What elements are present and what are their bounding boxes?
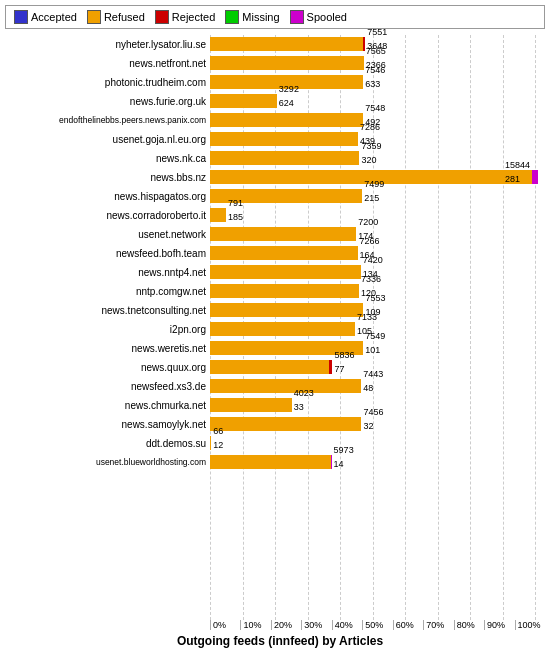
- x-tick: 30%: [301, 620, 331, 630]
- table-row: news.nk.ca7359320: [5, 149, 545, 167]
- chart-area: nyheter.lysator.liu.se75513648news.netfr…: [5, 35, 545, 650]
- row-label: news.quux.org: [5, 362, 210, 373]
- row-label: photonic.trudheim.com: [5, 77, 210, 88]
- bar-stack: [210, 322, 355, 336]
- bar-top-label: 5973: [334, 445, 354, 455]
- x-tick: 50%: [362, 620, 392, 630]
- bar-stack: [210, 132, 358, 146]
- rows-area: nyheter.lysator.liu.se75513648news.netfr…: [5, 35, 545, 620]
- row-label: news.furie.org.uk: [5, 96, 210, 107]
- row-label: news.netfront.net: [5, 58, 210, 69]
- bar-top-label: 7548: [365, 103, 385, 113]
- row-label: i2pn.org: [5, 324, 210, 335]
- x-tick: 40%: [332, 620, 362, 630]
- bar-top-label: 7359: [361, 141, 381, 151]
- bar-top-label: 7549: [365, 331, 385, 341]
- bar-area: 7499215: [210, 189, 545, 203]
- bar-area: 7553109: [210, 303, 545, 317]
- bar-segment-refused: [210, 208, 226, 222]
- x-tick: 70%: [423, 620, 453, 630]
- row-label: usenet.blueworldhosting.com: [5, 457, 210, 467]
- table-row: news.netfront.net75652366: [5, 54, 545, 72]
- bar-stack: [210, 208, 226, 222]
- bar-top-label: 3292: [279, 84, 299, 94]
- row-label: news.chmurka.net: [5, 400, 210, 411]
- table-row: news.bbs.nz15844281: [5, 168, 545, 186]
- bar-segment-refused: [210, 284, 359, 298]
- bar-top-label: 7499: [364, 179, 384, 189]
- bar-area: 745632: [210, 417, 545, 431]
- bar-top-label: 7551: [367, 27, 387, 37]
- x-tick: 90%: [484, 620, 514, 630]
- bar-area: 597314: [210, 455, 545, 469]
- row-label: usenet.network: [5, 229, 210, 240]
- bar-bot-label: 185: [228, 212, 243, 222]
- legend-item-refused: Refused: [87, 10, 145, 24]
- bar-segment-refused: [210, 56, 364, 70]
- bar-segment-refused: [210, 246, 358, 260]
- bar-stack: [210, 227, 356, 241]
- row-label: news.tnetconsulting.net: [5, 305, 210, 316]
- row-label: ddt.demos.su: [5, 438, 210, 449]
- x-tick: 100%: [515, 620, 545, 630]
- x-axis: 0%10%20%30%40%50%60%70%80%90%100% Outgoi…: [210, 620, 545, 650]
- row-label: news.weretis.net: [5, 343, 210, 354]
- bar-stack: [210, 379, 361, 393]
- bar-top-label: 7200: [358, 217, 378, 227]
- bar-top-label: 7133: [357, 312, 377, 322]
- legend-item-spooled: Spooled: [290, 10, 347, 24]
- bar-bot-label: 624: [279, 98, 294, 108]
- row-label: news.bbs.nz: [5, 172, 210, 183]
- row-label: news.corradoroberto.it: [5, 210, 210, 221]
- table-row: news.samoylyk.net745632: [5, 415, 545, 433]
- bar-stack: [210, 436, 211, 450]
- legend: AcceptedRefusedRejectedMissingSpooled: [5, 5, 545, 29]
- bar-top-label: 66: [213, 426, 223, 436]
- row-label: news.nntp4.net: [5, 267, 210, 278]
- table-row: news.hispagatos.org7499215: [5, 187, 545, 205]
- bar-top-label: 7266: [360, 236, 380, 246]
- row-label: news.samoylyk.net: [5, 419, 210, 430]
- bar-bot-label: 33: [294, 402, 304, 412]
- table-row: endofthelinebbs.peers.news.panix.com7548…: [5, 111, 545, 129]
- bar-segment-refused: [210, 151, 359, 165]
- bar-area: 7546633: [210, 75, 545, 89]
- bar-segment-refused: [210, 265, 361, 279]
- chart-title: Outgoing feeds (innfeed) by Articles: [5, 634, 550, 648]
- legend-item-accepted: Accepted: [14, 10, 77, 24]
- bar-stack: [210, 113, 363, 127]
- row-label: news.hispagatos.org: [5, 191, 210, 202]
- bar-top-label: 791: [228, 198, 243, 208]
- bar-bot-label: 101: [365, 345, 380, 355]
- bar-bot-label: 77: [334, 364, 344, 374]
- bar-segment-refused: [210, 303, 363, 317]
- x-tick: 0%: [210, 620, 240, 630]
- bar-top-label: 7420: [363, 255, 383, 265]
- bar-area: 744348: [210, 379, 545, 393]
- bar-stack: [210, 246, 358, 260]
- bar-top-label: 7443: [363, 369, 383, 379]
- bar-top-label: 7553: [365, 293, 385, 303]
- bar-segment-refused: [210, 379, 361, 393]
- bar-stack: [210, 455, 332, 469]
- bar-bot-label: 32: [363, 421, 373, 431]
- bar-stack: [210, 94, 277, 108]
- table-row: photonic.trudheim.com7546633: [5, 73, 545, 91]
- table-row: nyheter.lysator.liu.se75513648: [5, 35, 545, 53]
- bar-top-label: 4023: [294, 388, 314, 398]
- bar-segment-refused: [210, 37, 363, 51]
- table-row: newsfeed.bofh.team7266164: [5, 244, 545, 262]
- bar-stack: [210, 56, 364, 70]
- bar-segment-refused: [210, 227, 356, 241]
- bar-stack: [210, 151, 359, 165]
- bar-segment-refused: [210, 94, 277, 108]
- bar-stack: [210, 398, 292, 412]
- x-tick: 10%: [240, 620, 270, 630]
- bar-bot-label: 14: [334, 459, 344, 469]
- bar-bot-label: 12: [213, 440, 223, 450]
- bar-top-label: 7565: [366, 46, 386, 56]
- bar-area: 7549101: [210, 341, 545, 355]
- bar-segment-spooled: [331, 455, 332, 469]
- row-label: newsfeed.xs3.de: [5, 381, 210, 392]
- row-label: endofthelinebbs.peers.news.panix.com: [5, 115, 210, 125]
